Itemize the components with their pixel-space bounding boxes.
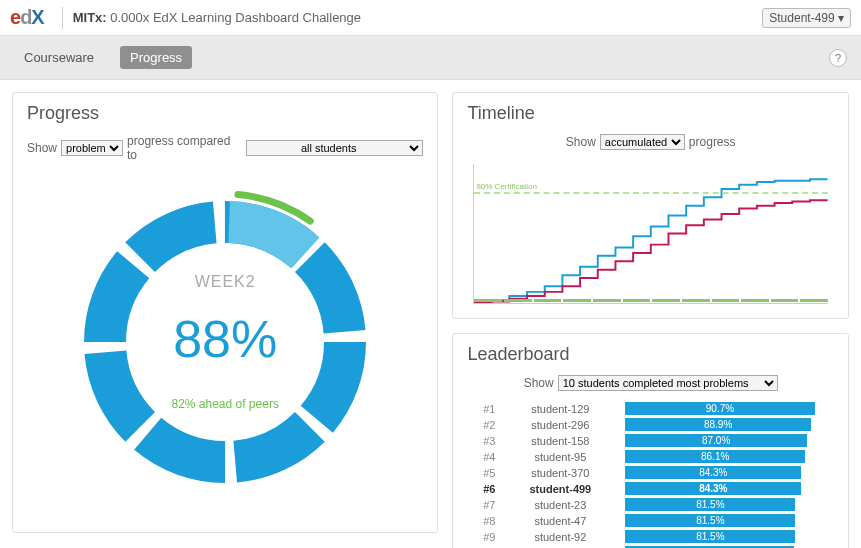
leaderboard-bar-cell: 81.5% [625, 498, 834, 511]
leaderboard-bar-cell: 87.0% [625, 434, 834, 447]
leaderboard-filter-select[interactable]: 10 students completed most problems [558, 375, 778, 391]
leaderboard-bar: 86.1% [625, 450, 805, 463]
leaderboard-row: #8student-4781.5% [467, 513, 834, 528]
tab-progress[interactable]: Progress [120, 46, 192, 69]
leaderboard-rank: #2 [467, 419, 495, 431]
leaderboard-bar-cell: 81.5% [625, 530, 834, 543]
leaderboard-name: student-95 [495, 451, 625, 463]
leaderboard-bar: 90.7% [625, 402, 814, 415]
threshold-line [474, 192, 828, 194]
leaderboard-name: student-92 [495, 531, 625, 543]
leaderboard-row: #6student-49984.3% [467, 481, 834, 496]
leaderboard-rank: #8 [467, 515, 495, 527]
donut-percent: 88% [173, 309, 277, 369]
timeline-mode-select[interactable]: accumulated [600, 134, 685, 150]
peers-select[interactable]: all students [246, 140, 423, 156]
timeline-panel: Timeline Show accumulated progress 80% C… [452, 92, 849, 319]
leaderboard-rank: #7 [467, 499, 495, 511]
timeline-series-you [474, 179, 828, 303]
timeline-controls: Show accumulated progress [453, 128, 848, 160]
leaderboard-row: #7student-2381.5% [467, 497, 834, 512]
leaderboard-bar-cell: 84.3% [625, 482, 834, 495]
leaderboard-name: student-47 [495, 515, 625, 527]
leaderboard-name: student-23 [495, 499, 625, 511]
leaderboard-show-label: Show [524, 376, 554, 390]
leaderboard-row: #2student-29688.9% [467, 417, 834, 432]
leaderboard-bar-cell: 81.5% [625, 514, 834, 527]
leaderboard-rank: #6 [467, 483, 495, 495]
leaderboard-rank: #3 [467, 435, 495, 447]
leaderboard-rank: #4 [467, 451, 495, 463]
leaderboard-rank: #5 [467, 467, 495, 479]
edx-logo: edX [10, 6, 44, 29]
leaderboard-bar-cell: 90.7% [625, 402, 834, 415]
leaderboard-row: #1student-12990.7% [467, 401, 834, 416]
main-area: Progress Show problem progress compared … [0, 80, 861, 548]
metric-select[interactable]: problem [61, 140, 123, 156]
leaderboard-name: student-296 [495, 419, 625, 431]
student-selector[interactable]: Student-499 ▾ [762, 8, 851, 28]
timeline-baseline [474, 297, 828, 303]
course-prefix: MITx: [73, 10, 107, 25]
compare-label: progress compared to [127, 134, 242, 162]
timeline-chart: 80% Certification [473, 164, 828, 304]
leaderboard-bar-cell: 84.3% [625, 466, 834, 479]
leaderboard-bar: 81.5% [625, 530, 795, 543]
leaderboard-bar: 87.0% [625, 434, 807, 447]
leaderboard-bar: 88.9% [625, 418, 810, 431]
leaderboard-rank: #1 [467, 403, 495, 415]
leaderboard-bar: 81.5% [625, 514, 795, 527]
leaderboard-row: #3student-15887.0% [467, 433, 834, 448]
leaderboard-rank: #9 [467, 531, 495, 543]
leaderboard-name: student-158 [495, 435, 625, 447]
top-bar: edX MITx: 0.000x EdX Learning Dashboard … [0, 0, 861, 36]
leaderboard-row: #9student-9281.5% [467, 529, 834, 544]
threshold-label: 80% Certification [476, 182, 536, 191]
leaderboard-body: #1student-12990.7%#2student-29688.9%#3st… [453, 401, 848, 548]
progress-panel: Progress Show problem progress compared … [12, 92, 438, 533]
leaderboard-bar: 84.3% [625, 482, 801, 495]
leaderboard-bar: 81.5% [625, 498, 795, 511]
help-icon: ? [835, 52, 841, 64]
leaderboard-bar: 84.3% [625, 466, 801, 479]
progress-controls: Show problem progress compared to all st… [13, 128, 437, 172]
leaderboard-name: student-499 [495, 483, 625, 495]
tabs-bar: Courseware Progress ? [0, 36, 861, 80]
leaderboard-title: Leaderboard [453, 334, 848, 369]
show-label: Show [27, 141, 57, 155]
divider [62, 7, 63, 29]
leaderboard-bar-cell: 88.9% [625, 418, 834, 431]
donut-week-label: WEEK2 [195, 273, 256, 291]
donut-peers-text: 82% ahead of peers [171, 397, 278, 411]
progress-donut: WEEK2 88% 82% ahead of peers [55, 172, 395, 512]
course-name: 0.000x EdX Learning Dashboard Challenge [110, 10, 361, 25]
chevron-down-icon: ▾ [838, 11, 844, 25]
course-title: MITx: 0.000x EdX Learning Dashboard Chal… [73, 10, 361, 25]
leaderboard-row: #4student-9586.1% [467, 449, 834, 464]
leaderboard-panel: Leaderboard Show 10 students completed m… [452, 333, 849, 548]
progress-title: Progress [13, 93, 437, 128]
timeline-series-peers [474, 200, 828, 303]
leaderboard-controls: Show 10 students completed most problems [453, 369, 848, 401]
donut-center: WEEK2 88% 82% ahead of peers [55, 172, 395, 512]
timeline-progress-label: progress [689, 135, 736, 149]
leaderboard-bar-cell: 86.1% [625, 450, 834, 463]
help-button[interactable]: ? [829, 49, 847, 67]
timeline-title: Timeline [453, 93, 848, 128]
timeline-show-label: Show [566, 135, 596, 149]
student-selector-label: Student-499 [769, 11, 834, 25]
leaderboard-row: #5student-37084.3% [467, 465, 834, 480]
tab-courseware[interactable]: Courseware [14, 46, 104, 69]
leaderboard-name: student-370 [495, 467, 625, 479]
leaderboard-name: student-129 [495, 403, 625, 415]
